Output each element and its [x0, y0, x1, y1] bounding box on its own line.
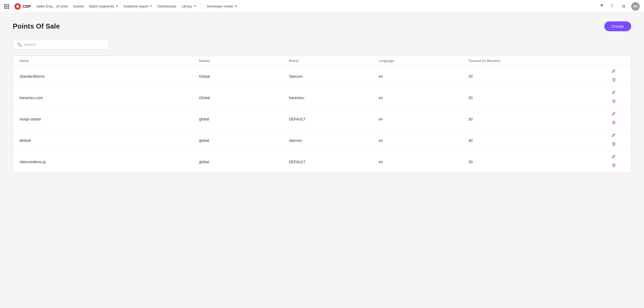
row-actions — [603, 133, 625, 148]
chevron-down-icon — [194, 6, 196, 7]
cell-brand: haramizu — [289, 96, 379, 100]
edit-button[interactable] — [611, 69, 616, 75]
edit-button[interactable] — [611, 112, 616, 118]
nav-left: CDP Sales Eng... 16 prod Guests Batch se… — [4, 3, 597, 10]
cell-brand: DEFAULT — [289, 160, 379, 164]
edit-button[interactable] — [611, 155, 616, 161]
chevron-down-icon — [116, 6, 118, 7]
notification-dot — [601, 4, 603, 6]
search-box: 🔍 — [13, 40, 109, 49]
svg-line-3 — [614, 134, 615, 134]
cell-language: en — [379, 138, 468, 143]
row-actions — [603, 91, 625, 105]
page-content: Points Of Sale Create 🔍 Name Market Bran… — [0, 13, 644, 181]
chevron-down-icon — [150, 6, 152, 7]
row-actions — [603, 155, 625, 169]
cell-market: global — [199, 160, 289, 164]
delete-button[interactable] — [612, 142, 616, 148]
nav-developer-center[interactable]: Developer center — [207, 4, 237, 8]
col-timeout: Timeout (In Minutes) — [469, 59, 603, 63]
search-icon: 🔍 — [17, 42, 22, 47]
edit-button[interactable] — [611, 91, 616, 97]
col-language: Language — [379, 59, 468, 63]
delete-button[interactable] — [612, 163, 616, 169]
cdp-logo-icon — [14, 3, 21, 10]
table-row: nextjs-starter global DEFAULT en 30 — [13, 108, 631, 130]
col-actions — [603, 59, 625, 63]
nav-dashboards[interactable]: Dashboards — [158, 4, 176, 8]
cell-name: haramizu.com — [19, 96, 199, 100]
svg-line-1 — [614, 91, 615, 92]
apps-grid-icon[interactable] — [4, 4, 9, 9]
settings-button[interactable]: ⚙ — [619, 2, 628, 11]
nav-right: ? ⚙ SH — [602, 2, 640, 11]
cell-timeout: 20 — [469, 74, 603, 79]
chevron-down-icon — [235, 6, 237, 7]
cell-name: StandardDemo — [19, 74, 199, 79]
row-actions — [603, 112, 625, 126]
delete-button[interactable] — [612, 120, 616, 126]
cell-brand: sitecore — [289, 138, 379, 143]
table-row: sitecoredemo.jp global DEFAULT en 30 — [13, 151, 631, 173]
nav-batch-segments[interactable]: Batch segments — [89, 4, 118, 8]
nav-audience-export[interactable]: Audience export — [123, 4, 152, 8]
cell-name: default — [19, 138, 199, 143]
table-row: haramizu.com Global haramizu en 20 — [13, 87, 631, 108]
cell-language: en — [379, 96, 468, 100]
svg-line-0 — [614, 69, 615, 70]
points-of-sale-table: Name Market Brand Language Timeout (In M… — [13, 56, 631, 173]
cell-market: Global — [199, 74, 289, 79]
cell-language: en — [379, 74, 468, 79]
edit-button[interactable] — [611, 133, 616, 139]
cell-language: en — [379, 117, 468, 121]
cell-market: Global — [199, 96, 289, 100]
cell-timeout: 20 — [469, 96, 603, 100]
table-header: Name Market Brand Language Timeout (In M… — [13, 56, 631, 66]
cell-brand: Sitecore — [289, 74, 379, 79]
table-row: StandardDemo Global Sitecore en 20 — [13, 66, 631, 87]
svg-line-2 — [614, 112, 615, 113]
svg-line-4 — [614, 155, 615, 156]
row-actions — [603, 69, 625, 84]
avatar[interactable]: SH — [631, 2, 640, 11]
nav-guests[interactable]: Guests — [73, 4, 84, 8]
cell-brand: DEFAULT — [289, 117, 379, 121]
col-name: Name — [19, 59, 199, 63]
cdp-brand-label: CDP — [22, 4, 31, 9]
col-brand: Brand — [289, 59, 379, 63]
col-market: Market — [199, 59, 289, 63]
top-navigation: CDP Sales Eng... 16 prod Guests Batch se… — [0, 0, 644, 13]
cell-timeout: 30 — [469, 117, 603, 121]
cell-market: global — [199, 117, 289, 121]
delete-button[interactable] — [612, 99, 616, 105]
help-button[interactable]: ? — [608, 2, 616, 11]
cell-name: nextjs-starter — [19, 117, 199, 121]
cell-language: en — [379, 160, 468, 164]
cell-timeout: 30 — [469, 160, 603, 164]
cell-timeout: 40 — [469, 138, 603, 143]
delete-button[interactable] — [612, 77, 616, 84]
search-section: 🔍 — [13, 40, 631, 49]
cell-name: sitecoredemo.jp — [19, 160, 199, 164]
nav-env-label[interactable]: Sales Eng... 16 prod — [36, 4, 68, 8]
cdp-logo[interactable]: CDP — [14, 3, 31, 10]
table-body: StandardDemo Global Sitecore en 20 haram… — [13, 66, 631, 173]
nav-library[interactable]: Library — [182, 4, 196, 8]
create-button[interactable]: Create — [604, 21, 631, 31]
table-row: default global sitecore en 40 — [13, 130, 631, 151]
page-title: Points Of Sale — [13, 22, 60, 30]
nav-separator — [201, 3, 202, 10]
page-header: Points Of Sale Create — [13, 21, 631, 31]
cell-market: global — [199, 138, 289, 143]
search-input[interactable] — [24, 42, 105, 47]
notification-area — [602, 5, 604, 7]
